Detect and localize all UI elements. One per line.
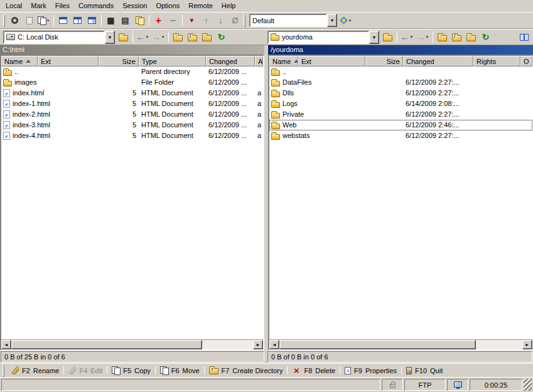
directory-row[interactable]: ↑.. [269, 66, 532, 77]
changed-cell: 6/12/2009 ... [206, 98, 255, 109]
toolbar-grip[interactable] [3, 364, 4, 377]
name-cell: index-2.html [1, 109, 99, 120]
scroll-right-button[interactable] [522, 340, 532, 349]
f-key-copy-button[interactable]: F5Copy [107, 364, 155, 377]
swap-panels-button[interactable] [85, 14, 99, 28]
column-header-type[interactable]: Type [139, 56, 206, 66]
f-key-move-button[interactable]: F6Move [156, 364, 204, 377]
column-header-changed[interactable]: Changed [206, 56, 255, 66]
remote-directory-combo-dropdown-button[interactable] [369, 31, 379, 44]
directory-row[interactable]: webstats6/12/2009 2:27:... [269, 130, 532, 141]
scroll-thumb[interactable] [11, 340, 202, 349]
no-filter-icon: ∅ [231, 16, 240, 25]
scroll-track[interactable] [279, 340, 522, 349]
refresh-button[interactable]: ↻ [214, 30, 229, 44]
move-up-button[interactable]: ↑ [199, 14, 213, 28]
file-row[interactable]: index-1.html5HTML Document6/12/2009 ...a [1, 98, 263, 109]
menu-help[interactable]: Help [217, 0, 240, 12]
remote-horizontal-scrollbar[interactable] [269, 339, 532, 349]
console-button[interactable]: ▦ [104, 14, 118, 28]
session-combo-field[interactable]: Default [249, 14, 327, 27]
f-key-rename-button[interactable]: F2Rename [7, 364, 63, 377]
toolbar-grip[interactable] [244, 14, 245, 27]
duplicate-session-button[interactable] [36, 14, 51, 28]
back-button[interactable]: ← [399, 30, 415, 44]
queue-button[interactable] [132, 14, 147, 28]
f-key-delete-button[interactable]: ×F8Delete [288, 364, 340, 377]
directory-row[interactable]: Dlls6/12/2009 2:27:... [269, 88, 532, 98]
session-combo-dropdown-button[interactable] [327, 14, 337, 27]
local-file-list[interactable]: ↑..Parent directory6/12/2009 ...imagesFi… [1, 66, 263, 339]
download-filter-button[interactable]: ▼ [185, 14, 199, 28]
scroll-left-button[interactable] [269, 340, 279, 349]
column-header-size[interactable]: Size [365, 56, 403, 66]
toolbar-grip[interactable] [3, 14, 5, 27]
scroll-thumb[interactable] [279, 340, 476, 349]
directory-row[interactable]: imagesFile Folder6/12/2009 ... [1, 77, 263, 88]
local-navigation-toolbar: C: Local Disk←→↑/⌂↻ [0, 29, 264, 45]
open-directory-button[interactable] [380, 30, 395, 44]
resize-grip[interactable] [524, 379, 532, 391]
add-session-icon: + [154, 16, 163, 25]
directory-row[interactable]: ↑..Parent directory6/12/2009 ... [1, 66, 263, 77]
commander-layout-button[interactable] [70, 14, 85, 28]
column-header-name[interactable]: Name [1, 56, 38, 66]
add-session-button[interactable]: + [151, 14, 166, 28]
remote-directory-combo-field[interactable]: yourdoma [267, 31, 369, 44]
type-cell: File Folder [139, 77, 206, 88]
parent-directory-button[interactable]: ↑ [171, 30, 185, 44]
file-row[interactable]: index-3.html5HTML Document6/12/2009 ...a [1, 120, 263, 130]
directory-row[interactable]: Logs6/14/2009 2:08:... [269, 98, 532, 109]
scroll-right-button[interactable] [253, 340, 263, 349]
explorer-layout-button[interactable] [56, 14, 70, 28]
file-row[interactable]: index.html5HTML Document6/12/2009 ...a [1, 88, 263, 98]
f-key-properties-button[interactable]: F9Properties [340, 364, 401, 377]
directory-row[interactable]: DataFiles6/12/2009 2:27:... [269, 77, 532, 88]
home-directory-button[interactable]: ⌂ [464, 30, 478, 44]
remote-file-list[interactable]: ↑..DataFiles6/12/2009 2:27:...Dlls6/12/2… [269, 66, 532, 339]
column-header-a[interactable]: A [255, 56, 263, 66]
status-bar: FTP 0:00:25 [0, 377, 533, 392]
file-row[interactable]: index-4.html5HTML Document6/12/2009 ...a [1, 130, 263, 141]
parent-folder-icon: ↑ [271, 70, 280, 76]
column-header-name[interactable]: Name [269, 56, 298, 66]
scroll-left-button[interactable] [1, 340, 11, 349]
edit-icon [68, 366, 76, 374]
menu-session[interactable]: Session [118, 0, 151, 12]
column-header-o[interactable]: O [520, 56, 532, 66]
directory-row[interactable]: Web6/12/2009 2:46:... [269, 120, 532, 130]
home-directory-button[interactable]: ⌂ [200, 30, 214, 44]
f-key-create-directory-button[interactable]: +F7Create Directory [205, 364, 288, 377]
transfer-settings-button[interactable]: ▤ [118, 14, 132, 28]
new-session-button[interactable] [338, 14, 353, 28]
menu-remote[interactable]: Remote [184, 0, 217, 12]
menu-options[interactable]: Options [151, 0, 184, 12]
sync-browsing-button[interactable] [517, 30, 531, 44]
root-directory-button[interactable]: / [450, 30, 464, 44]
local-horizontal-scrollbar[interactable] [1, 339, 263, 349]
file-row[interactable]: index-2.html5HTML Document6/12/2009 ...a [1, 109, 263, 120]
local-drive-combo-field[interactable]: C: Local Disk [3, 31, 105, 44]
menu-files[interactable]: Files [51, 0, 74, 12]
properties-icon [345, 367, 351, 374]
column-header-changed[interactable]: Changed [403, 56, 473, 66]
local-drive-combo-dropdown-button[interactable] [105, 31, 115, 44]
column-header-rights[interactable]: Rights [473, 56, 520, 66]
root-directory-button[interactable]: / [185, 30, 200, 44]
parent-directory-button[interactable]: ↑ [435, 30, 450, 44]
refresh-button[interactable]: ↻ [478, 30, 493, 44]
dropdown-chevron-icon [46, 19, 50, 23]
column-header-size[interactable]: Size [99, 56, 139, 66]
preferences-button[interactable] [8, 14, 22, 28]
f-key-quit-button[interactable]: F10Quit [402, 364, 447, 377]
move-down-button[interactable]: ↓ [213, 14, 228, 28]
open-directory-button[interactable] [116, 30, 131, 44]
scroll-track[interactable] [11, 340, 253, 349]
column-header-ext[interactable]: Ext [298, 56, 365, 66]
menu-local[interactable]: Local [1, 0, 26, 12]
directory-row[interactable]: Private6/12/2009 2:27:... [269, 109, 532, 120]
back-button[interactable]: ← [135, 30, 151, 44]
menu-commands[interactable]: Commands [74, 0, 118, 12]
menu-mark[interactable]: Mark [26, 0, 50, 12]
column-header-ext[interactable]: Ext [38, 56, 99, 66]
